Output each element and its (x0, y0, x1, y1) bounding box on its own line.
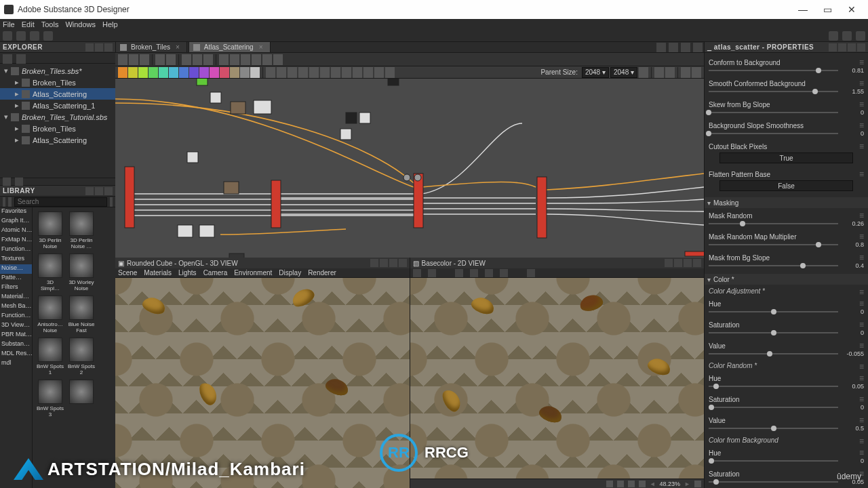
refresh-icon[interactable] (856, 31, 865, 41)
library-item[interactable]: Anisotro… Noise (37, 296, 64, 333)
node-icon[interactable] (385, 67, 395, 78)
flow-icon[interactable] (681, 67, 690, 78)
palette-swatch[interactable] (128, 67, 138, 78)
property-slider[interactable]: 0 (709, 109, 864, 116)
property-slider[interactable]: 1.55 (709, 88, 864, 95)
channel-icon[interactable] (470, 269, 478, 277)
property-menu-icon[interactable]: ≡ (859, 169, 864, 179)
node-icon[interactable] (298, 67, 308, 78)
property-menu-icon[interactable]: ≡ (859, 142, 864, 151)
node-icon[interactable] (309, 67, 319, 78)
menu-item[interactable]: File (3, 20, 15, 28)
library-item[interactable]: 3D Simpl… (37, 253, 64, 291)
panel-menu-icon[interactable] (85, 43, 94, 52)
property-menu-icon[interactable]: ≡ (859, 58, 864, 67)
maximize-button[interactable]: ▭ (815, 4, 840, 15)
menu-item[interactable]: Help (102, 20, 118, 28)
pin-icon[interactable] (370, 259, 378, 267)
view3d-menu-item[interactable]: Camera (203, 269, 228, 277)
channel-icon[interactable] (485, 269, 493, 277)
node-icon[interactable] (266, 67, 275, 78)
frame-icon[interactable] (262, 54, 272, 65)
property-menu-icon[interactable]: ≡ (859, 362, 864, 371)
property-slider[interactable]: 0 (709, 329, 864, 336)
property-slider[interactable]: 0 (709, 308, 864, 315)
property-slider[interactable]: 0.8 (709, 241, 864, 248)
property-menu-icon[interactable]: ≡ (859, 436, 864, 446)
save-icon[interactable] (30, 31, 39, 41)
tree-package[interactable]: ▾Broken_Tiles.sbs* (0, 65, 115, 77)
property-menu-icon[interactable]: ≡ (859, 253, 864, 262)
palette-swatch[interactable] (179, 67, 189, 78)
copy-icon[interactable] (428, 269, 436, 277)
panel-expand-icon[interactable] (95, 187, 103, 195)
tab-action-icon[interactable] (656, 43, 666, 52)
library-item[interactable]: 3D Perlin Noise (37, 211, 64, 249)
library-category[interactable]: PBR Mat… (0, 331, 32, 340)
property-menu-icon[interactable]: ≡ (859, 79, 864, 88)
link-icon[interactable] (241, 54, 250, 65)
property-menu-icon[interactable]: ≡ (859, 211, 864, 220)
library-category[interactable]: Graph It… (0, 217, 32, 226)
panel-expand-icon[interactable] (95, 43, 103, 52)
graph-tool-icon[interactable] (118, 54, 127, 65)
library-item[interactable]: Blue Noise Fast (68, 296, 95, 333)
library-item[interactable] (68, 380, 95, 418)
tree-graph-item[interactable]: ▸Atlas_Scattering (0, 134, 115, 146)
node-icon[interactable] (288, 67, 297, 78)
property-slider[interactable]: 0 (709, 404, 864, 411)
library-category[interactable]: Mesh Ba… (0, 302, 32, 312)
tree-package[interactable]: ▾Broken_Tiles_Tutorial.sbs (0, 111, 115, 123)
snap-icon[interactable] (193, 54, 202, 65)
panel-close-icon[interactable] (104, 187, 113, 195)
3d-viewport[interactable] (115, 278, 410, 488)
histogram-icon[interactable] (527, 269, 535, 277)
library-category[interactable]: Favorites (0, 207, 32, 217)
palette-swatch[interactable] (220, 67, 229, 78)
property-menu-icon[interactable]: ≡ (859, 469, 864, 479)
filter-icon[interactable] (8, 197, 11, 207)
property-slider[interactable]: 0.5 (709, 425, 864, 432)
property-slider[interactable]: 0.81 (709, 67, 864, 74)
panel-close-icon[interactable] (104, 43, 113, 52)
view3d-menu-item[interactable]: Display (279, 269, 301, 277)
panel-close-icon[interactable] (693, 259, 701, 267)
tab-action-icon[interactable] (693, 43, 703, 52)
tab-action-icon[interactable] (669, 43, 678, 52)
palette-swatch[interactable] (210, 67, 219, 78)
library-category[interactable]: Patte… (0, 274, 32, 283)
tree-graph-item[interactable]: ▸Atlas_Scattering (0, 88, 115, 100)
frame-icon[interactable] (273, 54, 283, 65)
palette-swatch[interactable] (250, 67, 260, 78)
property-toggle-button[interactable]: True (719, 152, 853, 163)
link-icon[interactable] (230, 54, 239, 65)
property-menu-icon[interactable]: ≡ (859, 448, 864, 458)
graph-tab[interactable]: Broken_Tiles× (115, 41, 187, 52)
property-slider[interactable]: 0.05 (709, 479, 864, 485)
node-icon[interactable] (342, 67, 351, 78)
view3d-menu-item[interactable]: Environment (234, 269, 272, 277)
property-menu-icon[interactable]: ≡ (859, 299, 864, 308)
property-section-header[interactable]: ▾Color * (705, 274, 868, 285)
tab-action-icon[interactable] (681, 43, 690, 52)
timing-icon[interactable] (654, 67, 664, 78)
library-item[interactable]: 3D Perlin Noise … (68, 211, 95, 249)
view3d-menu-item[interactable]: Scene (118, 269, 137, 277)
lock-icon[interactable] (694, 481, 701, 487)
library-category[interactable]: Atomic N… (0, 226, 32, 236)
graph-tab[interactable]: Atlas_Scattering× (189, 41, 271, 52)
flow-icon[interactable] (692, 67, 701, 78)
pin-icon[interactable] (665, 259, 673, 267)
camera-icon[interactable] (140, 54, 149, 65)
property-section-header[interactable]: ▾Masking (705, 197, 868, 208)
new-icon[interactable] (3, 31, 12, 41)
search-icon[interactable] (110, 197, 113, 207)
pin-icon[interactable]: ⎯ (707, 43, 712, 51)
link-icon[interactable] (252, 54, 261, 65)
panel-menu-icon[interactable] (85, 187, 94, 195)
library-item[interactable]: BnW Spots 2 (68, 338, 95, 375)
palette-swatch[interactable] (149, 67, 158, 78)
info-icon[interactable] (15, 178, 23, 186)
view3d-menu-item[interactable]: Renderer (308, 269, 336, 277)
node-icon[interactable] (320, 67, 330, 78)
